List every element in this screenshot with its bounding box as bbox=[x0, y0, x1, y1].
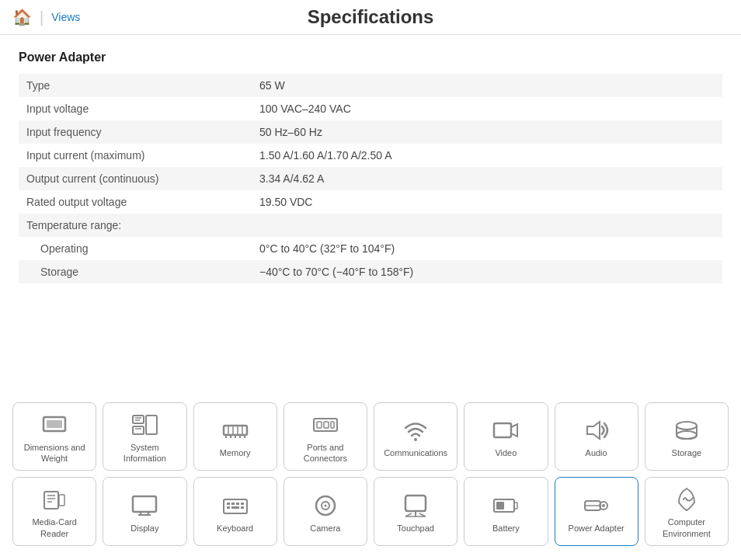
wifi-icon bbox=[402, 416, 430, 444]
spec-label: Type bbox=[19, 74, 252, 97]
nav-item-touchpad[interactable]: Touchpad bbox=[374, 477, 457, 546]
svg-rect-28 bbox=[44, 492, 58, 509]
nav-label: Touchpad bbox=[397, 523, 434, 534]
nav-label: Memory bbox=[220, 447, 251, 458]
spec-label: Operating bbox=[19, 237, 252, 260]
page-title: Specifications bbox=[308, 6, 434, 28]
svg-rect-1 bbox=[47, 420, 62, 428]
nav-item-video[interactable]: Video bbox=[464, 402, 548, 471]
memory-icon bbox=[221, 416, 249, 444]
ports-icon bbox=[311, 411, 339, 439]
nav-item-memory[interactable]: Memory bbox=[193, 402, 277, 471]
nav-item-media-card-reader[interactable]: Media-Card Reader bbox=[12, 477, 96, 546]
nav-item-communications[interactable]: Communications bbox=[374, 402, 457, 471]
nav-label: Video bbox=[495, 447, 517, 458]
nav-label: Audio bbox=[586, 447, 607, 458]
svg-rect-4 bbox=[146, 416, 157, 434]
camera-icon bbox=[311, 492, 339, 520]
svg-rect-23 bbox=[494, 423, 511, 437]
svg-rect-43 bbox=[231, 506, 239, 509]
nav-item-display[interactable]: Display bbox=[103, 477, 186, 546]
touchpad-icon bbox=[402, 492, 430, 520]
views-link[interactable]: Views bbox=[51, 11, 80, 23]
display-icon bbox=[130, 492, 158, 520]
svg-rect-41 bbox=[241, 503, 244, 505]
table-row: Input voltage100 VAC–240 VAC bbox=[19, 97, 722, 120]
svg-rect-32 bbox=[59, 495, 64, 506]
svg-rect-19 bbox=[317, 422, 322, 428]
nav-item-battery[interactable]: Battery bbox=[464, 477, 548, 546]
nav-item-audio[interactable]: Audio bbox=[555, 402, 638, 471]
svg-rect-53 bbox=[496, 502, 504, 510]
audio-icon bbox=[583, 416, 611, 444]
nav-item-storage[interactable]: Storage bbox=[645, 402, 729, 471]
spec-label: Input current (maximum) bbox=[19, 144, 252, 167]
nav-label: Dimensions and Weight bbox=[18, 442, 91, 464]
nav-label: Communications bbox=[384, 447, 447, 458]
svg-rect-38 bbox=[227, 503, 230, 505]
keyboard-icon bbox=[221, 492, 249, 520]
spec-table: Type65 WInput voltage100 VAC–240 VACInpu… bbox=[19, 74, 722, 283]
svg-rect-20 bbox=[324, 422, 329, 428]
spec-value: 100 VAC–240 VAC bbox=[252, 97, 722, 120]
svg-point-47 bbox=[324, 504, 326, 506]
spec-value: −40°C to 70°C (−40°F to 158°F) bbox=[252, 260, 722, 283]
nav-label: Display bbox=[130, 523, 158, 534]
svg-rect-42 bbox=[227, 506, 230, 509]
spec-label: Output current (continuous) bbox=[19, 167, 252, 190]
spec-value: 50 Hz–60 Hz bbox=[252, 120, 722, 144]
spec-label: Rated output voltage bbox=[19, 190, 252, 214]
nav-item-dimensions-weight[interactable]: Dimensions and Weight bbox=[12, 402, 96, 471]
header-divider: | bbox=[40, 9, 43, 26]
table-row: Temperature range: bbox=[19, 214, 722, 237]
nav-label: Keyboard bbox=[217, 523, 253, 534]
svg-marker-25 bbox=[587, 422, 600, 439]
system-icon bbox=[130, 411, 158, 439]
svg-rect-21 bbox=[331, 422, 334, 428]
nav-label: Computer Environment bbox=[650, 517, 723, 539]
environment-icon bbox=[673, 485, 701, 513]
section-title: Power Adapter bbox=[19, 50, 722, 64]
spec-value: 1.50 A/1.60 A/1.70 A/2.50 A bbox=[252, 144, 722, 167]
home-button[interactable]: 🏠 bbox=[12, 8, 32, 26]
nav-label: Power Adapter bbox=[569, 523, 624, 534]
nav-item-power-adapter[interactable]: Power Adapter bbox=[555, 477, 638, 546]
battery-icon bbox=[492, 492, 520, 520]
table-row: Output current (continuous)3.34 A/4.62 A bbox=[19, 167, 722, 190]
video-icon bbox=[492, 416, 520, 444]
svg-point-56 bbox=[602, 504, 605, 507]
svg-rect-33 bbox=[133, 496, 156, 512]
svg-rect-44 bbox=[241, 506, 244, 509]
nav-item-system-information[interactable]: System Information bbox=[103, 402, 186, 471]
table-row: Input current (maximum)1.50 A/1.60 A/1.7… bbox=[19, 144, 722, 167]
svg-rect-52 bbox=[514, 503, 517, 509]
nav-label: Camera bbox=[310, 523, 340, 534]
table-row: Operating0°C to 40°C (32°F to 104°F) bbox=[19, 237, 722, 260]
storage-icon bbox=[673, 416, 701, 444]
nav-item-camera[interactable]: Camera bbox=[284, 477, 367, 546]
spec-value: 19.50 VDC bbox=[252, 190, 722, 214]
svg-point-26 bbox=[677, 422, 697, 430]
svg-rect-39 bbox=[231, 503, 235, 505]
nav-label: Battery bbox=[492, 523, 520, 534]
nav-label: Media-Card Reader bbox=[18, 517, 91, 539]
svg-rect-48 bbox=[405, 496, 426, 511]
nav-item-ports-connectors[interactable]: Ports and Connectors bbox=[284, 402, 367, 471]
media-card-icon bbox=[40, 485, 68, 513]
spec-value: 0°C to 40°C (32°F to 104°F) bbox=[252, 237, 722, 260]
table-row: Storage−40°C to 70°C (−40°F to 158°F) bbox=[19, 260, 722, 283]
table-row: Rated output voltage19.50 VDC bbox=[19, 190, 722, 214]
spec-label: Temperature range: bbox=[19, 214, 252, 237]
table-row: Type65 W bbox=[19, 74, 722, 97]
spec-label: Storage bbox=[19, 260, 252, 283]
spec-value bbox=[252, 214, 722, 237]
nav-item-computer-environment[interactable]: Computer Environment bbox=[645, 477, 729, 546]
nav-item-keyboard[interactable]: Keyboard bbox=[193, 477, 277, 546]
svg-rect-8 bbox=[224, 426, 247, 435]
nav-label: Ports and Connectors bbox=[289, 442, 362, 464]
main-content: Power Adapter Type65 WInput voltage100 V… bbox=[0, 35, 741, 299]
nav-label: System Information bbox=[108, 442, 181, 464]
dimensions-icon bbox=[40, 411, 68, 439]
svg-rect-40 bbox=[236, 503, 239, 505]
svg-rect-3 bbox=[133, 426, 144, 434]
